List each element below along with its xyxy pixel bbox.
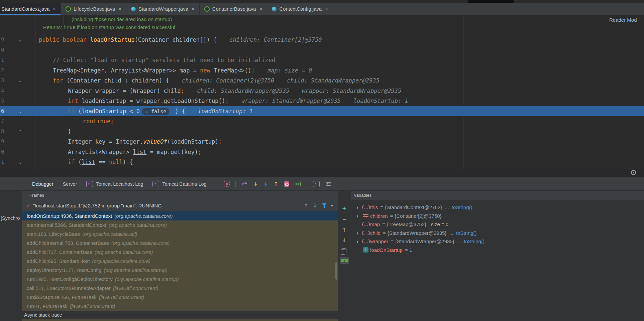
close-icon[interactable]: ×: [259, 6, 262, 12]
code-editor[interactable]: (including those not declared load on st…: [0, 15, 644, 169]
debug-tab-label: Debugger: [32, 181, 53, 187]
editor-tab-containerbase[interactable]: ContainerBase.java×: [200, 3, 267, 15]
remove-icon[interactable]: −: [342, 216, 346, 223]
tostring-link[interactable]: toString(): [456, 230, 477, 236]
variables-panel-header: Variables: [351, 191, 644, 200]
filter-icon[interactable]: [322, 203, 326, 208]
frame-method: addChild:727, ContainerBase: [27, 249, 92, 255]
tab-label: StandardWrapper.java: [138, 6, 188, 12]
close-icon[interactable]: ×: [53, 6, 56, 12]
fold-marker[interactable]: ⌃: [18, 127, 22, 137]
code-text: Integer key = Integer.valueOf(loadOnStar…: [68, 137, 222, 147]
object-icon: {..}: [361, 205, 370, 210]
stack-frame-row[interactable]: run:1925, HostConfig$DeployDirectory(org…: [22, 275, 338, 284]
async-stack-trace-row[interactable]: Async stack trace: [22, 311, 338, 319]
debug-left-column: [Synchro: [0, 191, 22, 321]
stack-frame-row[interactable]: start:183, LifecycleBase(org.apache.cata…: [22, 229, 338, 238]
layout-settings-icon[interactable]: [325, 181, 332, 186]
object-icon: {..}: [361, 230, 370, 235]
reader-mode-label[interactable]: Reader Mod: [609, 16, 637, 24]
frame-package: (org.apache.catalina.util): [82, 231, 137, 237]
editor-tab-contextconfig[interactable]: ContextConfig.java×: [267, 3, 333, 15]
fold-marker[interactable]: ⌄: [18, 106, 22, 117]
console-icon: >_: [152, 181, 159, 187]
code-segment: ;: [251, 67, 255, 74]
glasses-icon: [341, 259, 348, 263]
nav-down-icon[interactable]: ↓: [313, 202, 317, 209]
variable-value: {StandardWrapper@2935}: [388, 230, 447, 236]
frame-method: run$$$capture:266, FutureTask: [27, 294, 96, 300]
close-icon[interactable]: ×: [192, 6, 195, 12]
line-number: 0: [1, 45, 6, 55]
variable-row[interactable]: ›{..}child={StandardWrapper@2935}...toSt…: [351, 229, 644, 237]
show-execution-point-icon[interactable]: [224, 181, 230, 187]
class-outline-icon: [66, 6, 71, 12]
frame-package: (org.apache.catalina.core): [111, 240, 170, 246]
variable-row[interactable]: ›{..}this={StandardContext@2762}...toStr…: [351, 203, 644, 212]
expand-chevron-icon[interactable]: ›: [356, 239, 361, 244]
chevron-down-icon[interactable]: ▾: [331, 203, 333, 208]
stack-frame-row[interactable]: deployDirectory:1177, HostConfig(org.apa…: [22, 266, 338, 275]
fold-marker[interactable]: ⌄: [18, 35, 22, 45]
nav-up-icon[interactable]: ↑: [304, 202, 308, 209]
move-down-icon[interactable]: ↓: [342, 237, 346, 243]
debug-tab-debugger[interactable]: Debugger: [32, 177, 53, 190]
run-to-cursor-icon[interactable]: [295, 181, 301, 186]
step-into-icon[interactable]: ↓: [253, 181, 258, 187]
stack-frame-row[interactable]: loadOnStartup:4936, StandardContext(org.…: [22, 211, 338, 220]
variable-icon-slot: {..}: [361, 205, 370, 210]
debug-tab-tomcat-catalina-log[interactable]: >_Tomcat Catalina Log: [152, 177, 206, 190]
editor-tab-standardwrapper[interactable]: StandardWrapper.java×: [126, 3, 200, 15]
code-text: if (loadOnStartup < 0= false ) {loadOnSt…: [68, 106, 253, 117]
code-segment: public boolean: [39, 36, 90, 43]
frames-scrollbar[interactable]: [335, 262, 337, 280]
frame-method: run:1925, HostConfig$DeployDirectory: [27, 276, 113, 282]
close-icon[interactable]: ×: [118, 6, 121, 12]
variable-row[interactable]: ›children={Container[2]@3750}: [351, 212, 644, 220]
expand-chevron-icon[interactable]: ›: [356, 205, 361, 210]
stack-frame-row[interactable]: startInternal:5266, StandardContext(org.…: [22, 220, 338, 229]
editor-tab-lifecyclebase[interactable]: LifecycleBase.java×: [61, 3, 126, 15]
stack-frame-row[interactable]: addChild:695, StandardHost(org.apache.ca…: [22, 257, 338, 266]
glasses-toggle[interactable]: [340, 257, 349, 264]
frame-method: addChild:695, StandardHost: [27, 258, 90, 264]
close-icon[interactable]: ×: [325, 6, 328, 12]
variable-row[interactable]: ›{..}wrapper={StandardWrapper@2935}...to…: [351, 237, 644, 246]
tostring-link[interactable]: toString(): [464, 238, 485, 244]
variable-row[interactable]: {..}map={TreeMap@3752}size = 0: [351, 220, 644, 229]
debug-tab-server[interactable]: Server: [63, 177, 77, 190]
debug-tab-tomcat-localhost-log[interactable]: >_Tomcat Localhost Log: [86, 177, 143, 190]
force-step-into-icon[interactable]: ↓: [263, 181, 268, 187]
stack-frame-row[interactable]: run:-1, FutureTask(java.util.concurrent): [22, 302, 338, 311]
frame-package: (org.apache.catalina.core): [114, 213, 173, 219]
editor-bottom-strip: [0, 169, 644, 177]
step-out-icon[interactable]: ↑: [274, 181, 278, 187]
tostring-link[interactable]: toString(): [452, 204, 472, 210]
console-icon: >_: [86, 181, 93, 187]
editor-tab-standardcontext[interactable]: StandardContext.java×: [0, 3, 61, 15]
copy-icon[interactable]: [342, 248, 346, 253]
target-icon[interactable]: [631, 170, 636, 175]
class-outline-icon: [204, 6, 210, 12]
fold-marker[interactable]: ⌄: [18, 157, 22, 167]
stack-frame-row[interactable]: addChild:727, ContainerBase(org.apache.c…: [22, 248, 338, 257]
code-lines: 9⌄public boolean loadOnStartup(Container…: [0, 35, 644, 167]
add-icon[interactable]: +: [342, 205, 346, 212]
variable-row[interactable]: 1loadOnStartup=1: [351, 246, 644, 255]
frame-method: run:-1, FutureTask: [27, 303, 68, 309]
step-over-icon[interactable]: [241, 181, 248, 186]
expand-chevron-icon[interactable]: ›: [356, 230, 361, 235]
stack-frame-row[interactable]: run$$$capture:266, FutureTask(java.util.…: [22, 293, 338, 302]
stack-frame-row[interactable]: call:511, Executors$RunnableAdapter(java…: [22, 284, 338, 293]
code-text: continue;: [83, 116, 114, 127]
code-segment: list: [82, 159, 95, 165]
fold-marker[interactable]: ⌄: [18, 75, 22, 86]
code-segment: = map.get(key): [146, 149, 198, 155]
stack-frame-row[interactable]: addChildInternal:753, ContainerBase(org.…: [22, 238, 338, 248]
view-breakpoints-icon[interactable]: [284, 181, 289, 187]
tab-label: LifecycleBase.java: [74, 6, 115, 12]
expand-chevron-icon[interactable]: ›: [356, 213, 361, 218]
evaluate-console-icon[interactable]: >_: [313, 181, 320, 187]
move-up-icon[interactable]: ↑: [342, 227, 346, 233]
thread-selector[interactable]: ✓ "localhost-startStop-1"@2,752 in group…: [22, 200, 338, 211]
